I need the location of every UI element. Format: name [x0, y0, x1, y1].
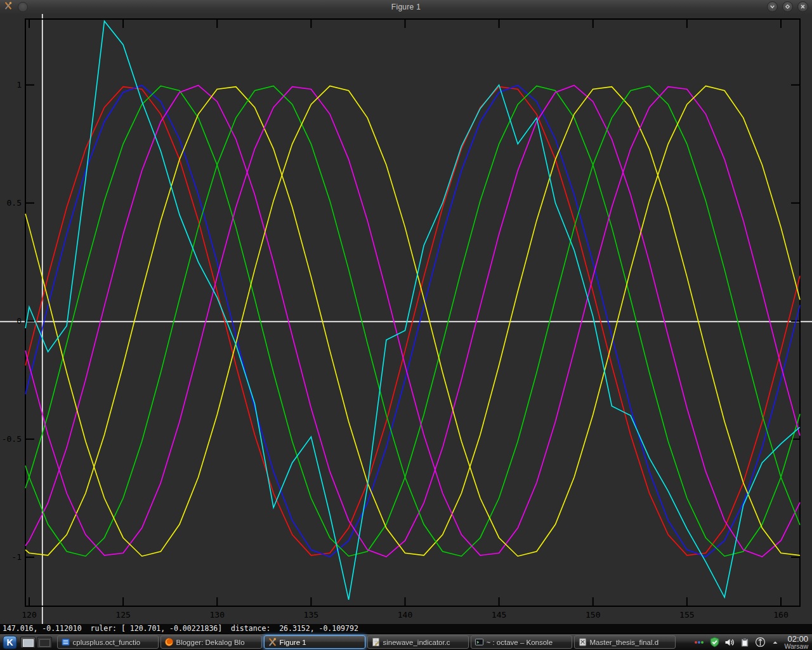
clock-timezone: Warsaw: [784, 643, 808, 650]
plot-frame: [25, 19, 800, 606]
kde-taskbar: K cplusplus.oct_functioBlogger: Dekalog …: [0, 633, 812, 650]
figure-status-bar: 147.016, -0.112010 ruler: [ 120.701, -0.…: [0, 624, 812, 633]
task-button-cplusplus-oct-functio[interactable]: cplusplus.oct_functio: [57, 635, 159, 649]
task-button-blogger-dekalog-blo[interactable]: Blogger: Dekalog Blo: [160, 635, 262, 649]
maximize-button[interactable]: [782, 1, 793, 12]
taskbar-clock[interactable]: 02:00 Warsaw: [783, 634, 811, 650]
task-button-octave-konsole[interactable]: ~ : octave – Konsole: [471, 635, 572, 649]
x-tick-label: 145: [492, 610, 506, 620]
system-tray: [693, 637, 781, 648]
gnuplot-icon: [268, 637, 277, 647]
task-label: Master_thesis_final.d: [590, 639, 672, 646]
tray-expander-icon[interactable]: [769, 637, 781, 648]
y-tick-label: 0.5: [7, 198, 22, 208]
task-label: ~ : octave – Konsole: [487, 639, 568, 646]
y-tick-label: -1: [11, 552, 22, 562]
task-button-list: cplusplus.oct_functioBlogger: Dekalog Bl…: [56, 635, 688, 649]
firefox-icon: [164, 637, 174, 647]
x-tick-label: 150: [586, 610, 600, 620]
minimize-button[interactable]: [767, 1, 778, 12]
pager-window-icon: [23, 639, 34, 647]
kmenu-button[interactable]: K: [2, 635, 18, 649]
y-tick-label: 0: [16, 316, 22, 326]
x-tick-label: 120: [22, 610, 36, 620]
volume-icon[interactable]: [724, 637, 735, 648]
series-sine-1: [25, 87, 800, 555]
x-tick-label: 125: [115, 610, 130, 620]
task-label: Figure 1: [280, 639, 362, 646]
x-tick-label: 130: [209, 610, 224, 620]
usb-icon[interactable]: [754, 637, 766, 648]
plot-canvas[interactable]: 120125130135140145150155160-1-0.500.51: [0, 14, 812, 624]
y-tick-label: -0.5: [2, 434, 22, 444]
file-manager-icon: [61, 637, 70, 647]
series-sinewave-indicator: [25, 21, 800, 600]
window-title: Figure 1: [0, 3, 812, 11]
status-dots-icon[interactable]: [693, 637, 705, 648]
document-icon: [578, 637, 587, 647]
task-button-master-thesis-final-d[interactable]: Master_thesis_final.d: [574, 635, 676, 649]
clock-time: 02:00: [784, 635, 808, 644]
klipper-icon[interactable]: [739, 637, 750, 648]
diamond-icon: [783, 3, 792, 11]
task-button-sinewave-indicator-c[interactable]: sinewave_indicator.c: [367, 635, 469, 649]
pager-window-icon: [39, 639, 50, 647]
figure-window-titlebar[interactable]: Figure 1: [0, 0, 812, 15]
gnuplot-window-icon: [4, 1, 13, 13]
close-button[interactable]: [797, 1, 808, 12]
close-icon: [799, 3, 807, 11]
desktop-screen: Figure 1 120125130135140145150155160-1-0…: [0, 0, 812, 650]
sinewave-chart[interactable]: 120125130135140145150155160-1-0.500.51: [0, 14, 812, 624]
pager-desktop-2[interactable]: [37, 637, 52, 648]
task-label: Blogger: Dekalog Blo: [176, 639, 258, 646]
y-tick-label: 1: [16, 80, 22, 90]
x-tick-label: 160: [773, 610, 788, 620]
task-label: cplusplus.oct_functio: [73, 639, 155, 646]
task-label: sinewave_indicator.c: [383, 639, 465, 646]
x-tick-label: 155: [679, 610, 694, 620]
x-tick-label: 140: [398, 610, 412, 620]
kde-logo-icon: K: [3, 635, 17, 649]
konsole-icon: [475, 637, 484, 647]
pager-desktop-1[interactable]: [20, 637, 36, 648]
text-editor-icon: [371, 637, 381, 647]
shield-check-icon[interactable]: [709, 637, 720, 648]
titlebar-menu-button[interactable]: [18, 2, 28, 12]
x-tick-label: 135: [304, 610, 318, 620]
task-button-figure-1[interactable]: Figure 1: [264, 635, 365, 649]
svg-text:K: K: [6, 637, 13, 647]
chevron-down-icon: [768, 3, 776, 11]
desktop-pager[interactable]: [20, 637, 52, 648]
